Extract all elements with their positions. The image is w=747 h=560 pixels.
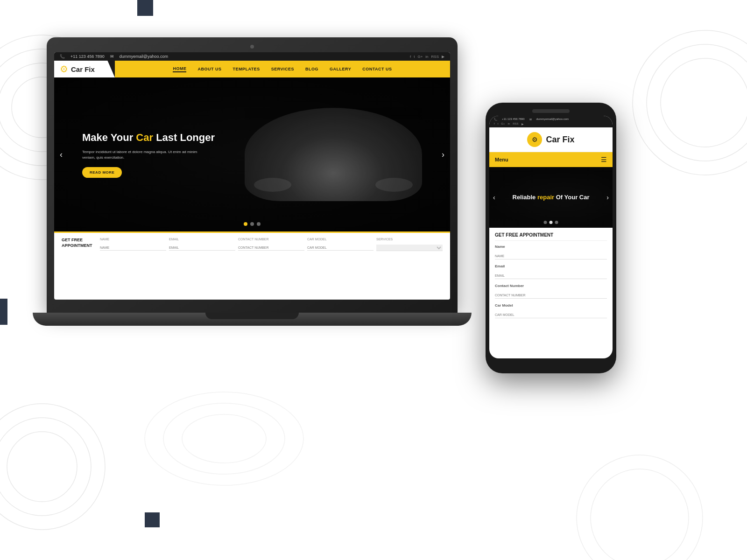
appt-contact-label: Contact Number [238, 238, 304, 241]
svg-point-5 [647, 44, 747, 161]
logo-area: ⚙ Car Fix [54, 61, 115, 77]
nav-services[interactable]: SERVICES [271, 67, 294, 71]
phone-hamburger-icon[interactable]: ☰ [601, 156, 607, 163]
laptop-base-notch [205, 313, 299, 319]
appt-services-select[interactable] [376, 245, 443, 251]
phone-notch-area [489, 109, 613, 113]
phone-name-field: Name [495, 245, 607, 259]
hero-dots [244, 222, 261, 226]
phone-phone-number: +11 123 456 7890 [502, 118, 525, 121]
nav-home[interactable]: HOME [173, 66, 186, 72]
appt-contact-field: Contact Number [238, 238, 304, 251]
phone-model-label: Car Model [495, 303, 607, 308]
header-phone: +11 123 456 7890 [70, 54, 105, 59]
phone-email-address: dummyemail@yahoo.com [536, 118, 569, 121]
phone-name-input[interactable] [495, 253, 607, 259]
appt-email-input[interactable] [169, 245, 235, 251]
phone-menu-bar[interactable]: Menu ☰ [489, 152, 613, 167]
appt-name-input[interactable] [100, 245, 166, 251]
appt-model-input[interactable] [307, 245, 374, 251]
phone-body: 📞 +11 123 456 7890 ✉ dummyemail@yahoo.co… [486, 103, 616, 373]
nav-blog[interactable]: BLOG [305, 67, 318, 71]
linkedin-icon[interactable]: in [425, 55, 428, 59]
phone-dot-2[interactable] [550, 221, 553, 224]
appt-email-label: Email [169, 238, 235, 241]
hero-dot-2[interactable] [250, 222, 254, 226]
svg-point-10 [577, 455, 703, 560]
twitter-icon[interactable]: t [414, 55, 415, 59]
appt-title-line1: GET FREE [62, 238, 94, 243]
nav-gallery[interactable]: GALLERY [330, 67, 351, 71]
phone-phone-icon: 📞 [494, 118, 497, 121]
appt-model-label: Car Model [307, 238, 374, 241]
appt-email-field: Email [169, 238, 235, 251]
svg-point-6 [661, 58, 747, 147]
phone-twitter-icon[interactable]: t [498, 122, 499, 126]
phone-dot-3[interactable] [555, 221, 558, 224]
phone-email-input[interactable] [495, 273, 607, 279]
hero-next-arrow[interactable]: › [442, 150, 444, 160]
svg-point-7 [0, 404, 105, 530]
phone-menu-label: Menu [495, 157, 508, 162]
phone-model-field: Car Model [495, 303, 607, 318]
phone-logo-area: ⚙ Car Fix [489, 127, 613, 152]
appt-contact-input[interactable] [238, 245, 304, 251]
appt-services-field: Services [376, 238, 443, 251]
phone-hero-dots [544, 221, 558, 224]
phone-gplus-icon[interactable]: G+ [501, 122, 505, 126]
svg-point-8 [0, 418, 91, 516]
phone-hero-end: Of Your Car [554, 194, 589, 201]
phone-hero-plain: Reliable [513, 194, 537, 201]
laptop-camera [250, 45, 254, 49]
phone-facebook-icon[interactable]: f [494, 122, 495, 126]
logo-text: Car Fix [71, 65, 95, 73]
website-main-header: ⚙ Car Fix HOME ABOUT US TEMPLATES SERVIC… [54, 61, 450, 77]
phone-logo-text: Car Fix [546, 135, 574, 145]
phone-hero-next-arrow[interactable]: › [606, 194, 609, 201]
appt-name-field: Name [100, 238, 166, 251]
header-email: dummyemail@yahoo.com [120, 54, 168, 59]
phone-appt-title: GET FREE APPOINTMENT [495, 232, 607, 241]
phone-linkedin-icon[interactable]: in [508, 122, 510, 126]
phone-email-label: Email [495, 264, 607, 268]
website-header-topbar: 📞 +11 123 456 7890 ✉ dummyemail@yahoo.co… [54, 52, 450, 61]
phone-hero-text: Reliable repair Of Your Car [513, 193, 590, 202]
header-contact-info: 📞 +11 123 456 7890 ✉ dummyemail@yahoo.co… [60, 54, 168, 59]
phone-hero-prev-arrow[interactable]: ‹ [493, 194, 495, 201]
svg-point-12 [145, 392, 303, 485]
phone-rss-icon[interactable]: RSS [513, 122, 518, 126]
nav-about[interactable]: ABOUT US [197, 67, 221, 71]
hero-title-highlight: Car [136, 132, 153, 143]
appt-services-label: Services [376, 238, 443, 241]
hero-dot-1[interactable] [244, 222, 247, 226]
phone-contact-row: 📞 +11 123 456 7890 ✉ dummyemail@yahoo.co… [494, 118, 608, 121]
email-icon: ✉ [110, 54, 114, 59]
phone-youtube-icon[interactable]: ▶ [521, 122, 524, 126]
phone-social-icons: f t G+ in RSS ▶ [494, 122, 608, 126]
facebook-icon[interactable]: f [410, 55, 411, 59]
nav-templates[interactable]: TEMPLATES [233, 67, 260, 71]
phone-dot-1[interactable] [544, 221, 547, 224]
read-more-button[interactable]: READ MORE [82, 167, 122, 178]
phone-contact-input[interactable] [495, 292, 607, 299]
navigation-bar: HOME ABOUT US TEMPLATES SERVICES BLOG GA… [115, 61, 450, 77]
hero-prev-arrow[interactable]: ‹ [60, 150, 63, 160]
phone-contact-field: Contact Number [495, 284, 607, 299]
phone-model-input[interactable] [495, 312, 607, 318]
phone-appointment-section: GET FREE APPOINTMENT Name Email Contact … [489, 228, 613, 328]
hero-title: Make Your Car Last Longer [82, 131, 215, 145]
youtube-icon[interactable]: ▶ [442, 55, 444, 59]
svg-point-9 [7, 432, 77, 502]
gear-icon: ⚙ [60, 63, 68, 75]
laptop-base [33, 313, 472, 326]
hero-title-end: Last Longer [153, 132, 215, 143]
hero-dot-3[interactable] [257, 222, 261, 226]
rss-icon[interactable]: RSS [431, 55, 439, 59]
google-plus-icon[interactable]: G+ [417, 55, 423, 59]
nav-contact[interactable]: CONTACT US [362, 67, 392, 71]
appt-title-line2: APPOINTMENT [62, 243, 94, 249]
decor-square-left-mid [0, 299, 7, 325]
svg-point-4 [633, 30, 747, 175]
laptop-screen: 📞 +11 123 456 7890 ✉ dummyemail@yahoo.co… [54, 52, 450, 300]
decor-square-bottom [145, 512, 160, 527]
